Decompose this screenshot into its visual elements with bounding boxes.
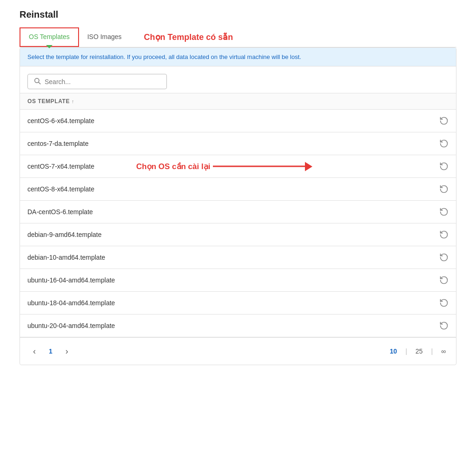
search-area [20,66,456,93]
sort-icon[interactable]: ↑ [72,98,74,104]
reinstall-icon[interactable] [439,321,449,330]
pagination: ‹ 1 › 10 | 25 | ∞ [20,337,456,365]
table-row[interactable]: centOS-8-x64.template [20,178,456,201]
arrow-annotation: Chọn OS cần cài lại [136,162,306,171]
per-page-10[interactable]: 10 [387,346,400,357]
main-panel: Select the template for reinstallation. … [20,47,456,365]
info-message: Select the template for reinstallation. … [20,48,456,66]
template-name: centOS-6-x64.template [27,117,94,125]
reinstall-icon[interactable] [439,253,449,262]
annotation-title: Chọn Template có sẵn [144,32,233,42]
svg-line-1 [39,82,40,84]
table-row[interactable]: debian-9-amd64.template [20,223,456,246]
template-name: debian-9-amd64.template [27,231,102,238]
pagination-left: ‹ 1 › [27,344,74,358]
reinstall-icon[interactable] [439,116,449,125]
search-box [27,74,167,89]
template-name: centOS-8-x64.template [27,185,94,193]
table-row[interactable]: centos-7-da.template [20,132,456,155]
per-page-25[interactable]: 25 [413,346,426,357]
prev-page-button[interactable]: ‹ [27,344,41,358]
reinstall-icon[interactable] [439,275,449,285]
template-name: DA-centOS-6.template [27,208,93,216]
reinstall-icon[interactable] [439,298,449,308]
next-page-button[interactable]: › [60,344,74,358]
arrow-label: Chọn OS cần cài lại [136,162,210,171]
template-name: centos-7-da.template [27,140,89,147]
template-name: ubuntu-16-04-amd64.template [27,276,115,284]
arrow-line [213,166,306,167]
current-page: 1 [45,346,56,357]
reinstall-icon[interactable] [439,184,449,194]
page-title: Reinstall [20,9,456,20]
table-row[interactable]: debian-10-amd64.template [20,246,456,269]
column-header-os-template: OS TEMPLATE [27,98,70,105]
table-row[interactable]: ubuntu-20-04-amd64.template [20,315,456,337]
template-name: debian-10-amd64.template [27,254,105,261]
table-row[interactable]: DA-centOS-6.template [20,201,456,223]
tab-iso-images[interactable]: ISO Images [79,28,130,46]
tabs-bar: OS Templates ISO Images Chọn Template có… [20,27,456,47]
tab-os-templates[interactable]: OS Templates [20,27,79,47]
reinstall-icon[interactable] [439,230,449,239]
template-name: ubuntu-20-04-amd64.template [27,322,115,329]
table-header: OS TEMPLATE ↑ [20,93,456,110]
table-row[interactable]: ubuntu-16-04-amd64.template [20,269,456,292]
template-name: ubuntu-18-04-amd64.template [27,299,115,307]
search-input[interactable] [45,78,161,85]
pagination-right: 10 | 25 | ∞ [387,346,449,357]
table-row[interactable]: centOS-6-x64.template [20,110,456,132]
table-row[interactable]: ubuntu-18-04-amd64.template [20,292,456,315]
reinstall-icon[interactable] [439,162,449,171]
search-icon [33,77,41,86]
reinstall-icon[interactable] [439,139,449,148]
table-row[interactable]: centOS-7-x64.template Chọn OS cần cài lạ… [20,155,456,178]
template-name: centOS-7-x64.template [27,163,94,170]
template-list: centOS-6-x64.template centos-7-da.templa… [20,110,456,337]
reinstall-icon[interactable] [439,207,449,216]
per-page-all[interactable]: ∞ [438,346,449,357]
